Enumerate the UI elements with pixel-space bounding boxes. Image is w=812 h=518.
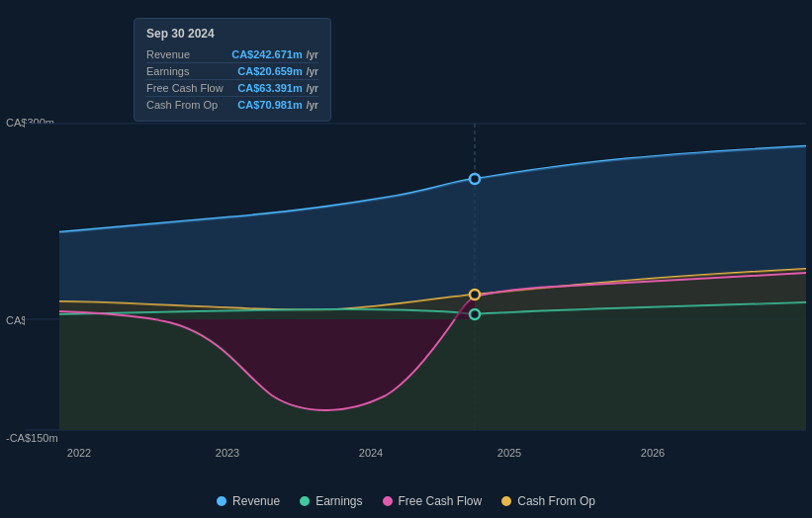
- legend-item-free-cash-flow[interactable]: Free Cash Flow: [383, 494, 483, 508]
- legend-item-revenue[interactable]: Revenue: [217, 494, 280, 508]
- legend-label: Cash From Op: [517, 494, 595, 508]
- x-label-2025: 2025: [497, 447, 521, 459]
- legend-label: Earnings: [316, 494, 362, 508]
- legend-dot: [217, 496, 226, 506]
- x-label-2024: 2024: [359, 447, 383, 459]
- cashop-datapoint: [470, 290, 480, 300]
- tooltip-row-free-cash-flow: Free Cash Flow CA$63.391m/yr: [146, 80, 318, 97]
- tooltip-row-cash-from-op: Cash From Op CA$70.981m/yr: [146, 97, 318, 113]
- earnings-datapoint: [470, 309, 480, 319]
- legend-label: Revenue: [232, 494, 280, 508]
- revenue-datapoint: [470, 174, 480, 184]
- x-label-2026: 2026: [641, 447, 665, 459]
- legend-item-cash-from-op[interactable]: Cash From Op: [501, 494, 595, 508]
- tooltip-row-revenue: Revenue CA$242.671m/yr: [146, 46, 318, 63]
- legend-dot: [501, 496, 511, 506]
- x-label-2022: 2022: [67, 447, 91, 459]
- legend-dot: [300, 496, 310, 506]
- legend-dot: [383, 496, 393, 506]
- chart-svg: [0, 0, 812, 518]
- x-label-2023: 2023: [216, 447, 239, 459]
- legend-label: Free Cash Flow: [399, 494, 483, 508]
- legend: Revenue Earnings Free Cash Flow Cash Fro…: [0, 494, 812, 508]
- tooltip: Sep 30 2024 Revenue CA$242.671m/yr Earni…: [134, 18, 331, 122]
- chart-container: Sep 30 2024 Revenue CA$242.671m/yr Earni…: [0, 0, 812, 518]
- tooltip-row-earnings: Earnings CA$20.659m/yr: [146, 63, 318, 80]
- legend-item-earnings[interactable]: Earnings: [300, 494, 362, 508]
- tooltip-date: Sep 30 2024: [146, 27, 318, 41]
